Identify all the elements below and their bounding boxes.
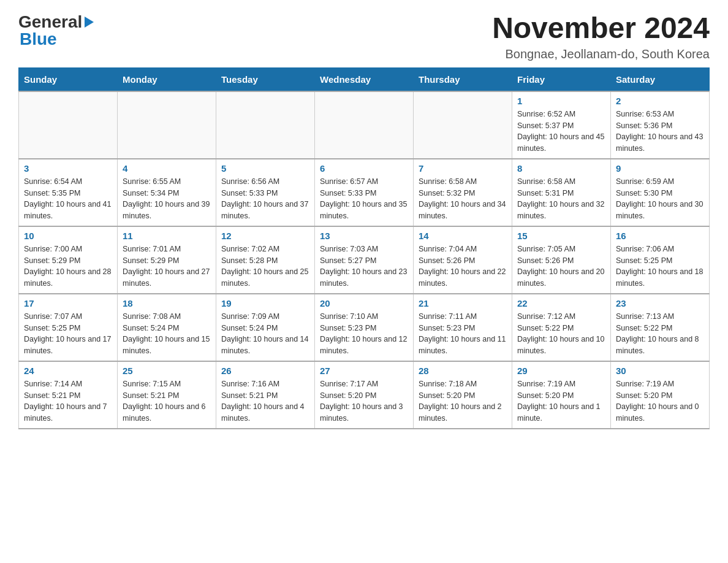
calendar-week-row: 3Sunrise: 6:54 AMSunset: 5:35 PMDaylight… — [19, 159, 710, 226]
day-info: Sunrise: 6:56 AMSunset: 5:33 PMDaylight:… — [221, 176, 309, 222]
day-info: Sunrise: 7:16 AMSunset: 5:21 PMDaylight:… — [221, 378, 309, 424]
day-info: Sunrise: 6:57 AMSunset: 5:33 PMDaylight:… — [320, 176, 408, 222]
calendar-header-tuesday: Tuesday — [216, 67, 315, 91]
day-number: 24 — [24, 366, 112, 376]
calendar-cell — [216, 91, 315, 159]
calendar-header-sunday: Sunday — [19, 67, 118, 91]
calendar-header-friday: Friday — [512, 67, 611, 91]
calendar-cell: 24Sunrise: 7:14 AMSunset: 5:21 PMDayligh… — [19, 361, 118, 429]
calendar-cell: 20Sunrise: 7:10 AMSunset: 5:23 PMDayligh… — [315, 294, 414, 361]
day-info: Sunrise: 6:58 AMSunset: 5:32 PMDaylight:… — [419, 176, 507, 222]
calendar-week-row: 1Sunrise: 6:52 AMSunset: 5:37 PMDaylight… — [19, 91, 710, 159]
day-info: Sunrise: 7:07 AMSunset: 5:25 PMDaylight:… — [24, 311, 112, 357]
calendar-cell: 8Sunrise: 6:58 AMSunset: 5:31 PMDaylight… — [512, 159, 611, 226]
day-number: 11 — [123, 231, 211, 241]
day-number: 12 — [221, 231, 309, 241]
day-number: 7 — [419, 163, 507, 174]
day-number: 28 — [419, 366, 507, 376]
day-number: 19 — [221, 298, 309, 308]
day-number: 5 — [221, 163, 309, 174]
day-number: 29 — [517, 366, 605, 376]
calendar-cell — [118, 91, 216, 159]
day-number: 18 — [123, 298, 211, 308]
day-number: 16 — [616, 231, 704, 241]
day-info: Sunrise: 7:02 AMSunset: 5:28 PMDaylight:… — [221, 243, 309, 289]
calendar-cell — [315, 91, 414, 159]
calendar-header-monday: Monday — [118, 67, 216, 91]
page-header: General Blue November 2024 Bongnae, Jeol… — [18, 12, 710, 61]
calendar-week-row: 24Sunrise: 7:14 AMSunset: 5:21 PMDayligh… — [19, 361, 710, 429]
day-number: 4 — [123, 163, 211, 174]
calendar-cell: 3Sunrise: 6:54 AMSunset: 5:35 PMDaylight… — [19, 159, 118, 226]
day-number: 25 — [123, 366, 211, 376]
calendar-cell: 9Sunrise: 6:59 AMSunset: 5:30 PMDaylight… — [611, 159, 710, 226]
day-number: 14 — [419, 231, 507, 241]
day-info: Sunrise: 7:19 AMSunset: 5:20 PMDaylight:… — [517, 378, 605, 424]
calendar-table: SundayMondayTuesdayWednesdayThursdayFrid… — [18, 67, 710, 429]
calendar-week-row: 10Sunrise: 7:00 AMSunset: 5:29 PMDayligh… — [19, 226, 710, 294]
day-info: Sunrise: 6:55 AMSunset: 5:34 PMDaylight:… — [123, 176, 211, 222]
calendar-cell: 14Sunrise: 7:04 AMSunset: 5:26 PMDayligh… — [414, 226, 512, 294]
day-number: 30 — [616, 366, 704, 376]
day-number: 22 — [517, 298, 605, 308]
calendar-cell: 5Sunrise: 6:56 AMSunset: 5:33 PMDaylight… — [216, 159, 315, 226]
calendar-cell — [414, 91, 512, 159]
calendar-cell: 11Sunrise: 7:01 AMSunset: 5:29 PMDayligh… — [118, 226, 216, 294]
calendar-cell: 1Sunrise: 6:52 AMSunset: 5:37 PMDaylight… — [512, 91, 611, 159]
day-info: Sunrise: 6:58 AMSunset: 5:31 PMDaylight:… — [517, 176, 605, 222]
day-info: Sunrise: 7:19 AMSunset: 5:20 PMDaylight:… — [616, 378, 704, 424]
calendar-cell: 25Sunrise: 7:15 AMSunset: 5:21 PMDayligh… — [118, 361, 216, 429]
day-info: Sunrise: 6:59 AMSunset: 5:30 PMDaylight:… — [616, 176, 704, 222]
calendar-header-wednesday: Wednesday — [315, 67, 414, 91]
month-title: November 2024 — [492, 12, 710, 45]
calendar-cell: 18Sunrise: 7:08 AMSunset: 5:24 PMDayligh… — [118, 294, 216, 361]
calendar-cell: 27Sunrise: 7:17 AMSunset: 5:20 PMDayligh… — [315, 361, 414, 429]
calendar-cell: 19Sunrise: 7:09 AMSunset: 5:24 PMDayligh… — [216, 294, 315, 361]
day-info: Sunrise: 6:52 AMSunset: 5:37 PMDaylight:… — [517, 109, 605, 155]
day-number: 13 — [320, 231, 408, 241]
logo-arrow-icon — [85, 17, 94, 28]
calendar-cell: 22Sunrise: 7:12 AMSunset: 5:22 PMDayligh… — [512, 294, 611, 361]
calendar-cell: 23Sunrise: 7:13 AMSunset: 5:22 PMDayligh… — [611, 294, 710, 361]
title-section: November 2024 Bongnae, Jeollanam-do, Sou… — [492, 12, 710, 61]
calendar-cell: 4Sunrise: 6:55 AMSunset: 5:34 PMDaylight… — [118, 159, 216, 226]
day-number: 6 — [320, 163, 408, 174]
calendar-cell: 29Sunrise: 7:19 AMSunset: 5:20 PMDayligh… — [512, 361, 611, 429]
calendar-cell: 17Sunrise: 7:07 AMSunset: 5:25 PMDayligh… — [19, 294, 118, 361]
calendar-cell: 7Sunrise: 6:58 AMSunset: 5:32 PMDaylight… — [414, 159, 512, 226]
day-info: Sunrise: 7:15 AMSunset: 5:21 PMDaylight:… — [123, 378, 211, 424]
calendar-cell: 26Sunrise: 7:16 AMSunset: 5:21 PMDayligh… — [216, 361, 315, 429]
calendar-cell: 12Sunrise: 7:02 AMSunset: 5:28 PMDayligh… — [216, 226, 315, 294]
logo: General Blue — [18, 12, 94, 49]
day-number: 20 — [320, 298, 408, 308]
day-info: Sunrise: 7:17 AMSunset: 5:20 PMDaylight:… — [320, 378, 408, 424]
location-title: Bongnae, Jeollanam-do, South Korea — [492, 47, 710, 61]
logo-blue: Blue — [20, 29, 57, 49]
calendar-cell: 10Sunrise: 7:00 AMSunset: 5:29 PMDayligh… — [19, 226, 118, 294]
calendar-week-row: 17Sunrise: 7:07 AMSunset: 5:25 PMDayligh… — [19, 294, 710, 361]
calendar-cell: 13Sunrise: 7:03 AMSunset: 5:27 PMDayligh… — [315, 226, 414, 294]
day-info: Sunrise: 7:12 AMSunset: 5:22 PMDaylight:… — [517, 311, 605, 357]
day-info: Sunrise: 6:53 AMSunset: 5:36 PMDaylight:… — [616, 109, 704, 155]
day-info: Sunrise: 7:13 AMSunset: 5:22 PMDaylight:… — [616, 311, 704, 357]
day-info: Sunrise: 7:11 AMSunset: 5:23 PMDaylight:… — [419, 311, 507, 357]
day-number: 26 — [221, 366, 309, 376]
day-info: Sunrise: 7:00 AMSunset: 5:29 PMDaylight:… — [24, 243, 112, 289]
day-number: 8 — [517, 163, 605, 174]
calendar-cell: 16Sunrise: 7:06 AMSunset: 5:25 PMDayligh… — [611, 226, 710, 294]
day-info: Sunrise: 7:18 AMSunset: 5:20 PMDaylight:… — [419, 378, 507, 424]
calendar-cell: 21Sunrise: 7:11 AMSunset: 5:23 PMDayligh… — [414, 294, 512, 361]
calendar-header-thursday: Thursday — [414, 67, 512, 91]
calendar-cell: 28Sunrise: 7:18 AMSunset: 5:20 PMDayligh… — [414, 361, 512, 429]
calendar-cell: 30Sunrise: 7:19 AMSunset: 5:20 PMDayligh… — [611, 361, 710, 429]
day-number: 21 — [419, 298, 507, 308]
calendar-header-saturday: Saturday — [611, 67, 710, 91]
day-info: Sunrise: 7:14 AMSunset: 5:21 PMDaylight:… — [24, 378, 112, 424]
day-info: Sunrise: 7:06 AMSunset: 5:25 PMDaylight:… — [616, 243, 704, 289]
day-number: 1 — [517, 96, 605, 106]
day-number: 10 — [24, 231, 112, 241]
day-number: 2 — [616, 96, 704, 106]
day-info: Sunrise: 7:04 AMSunset: 5:26 PMDaylight:… — [419, 243, 507, 289]
calendar-cell — [19, 91, 118, 159]
day-number: 15 — [517, 231, 605, 241]
